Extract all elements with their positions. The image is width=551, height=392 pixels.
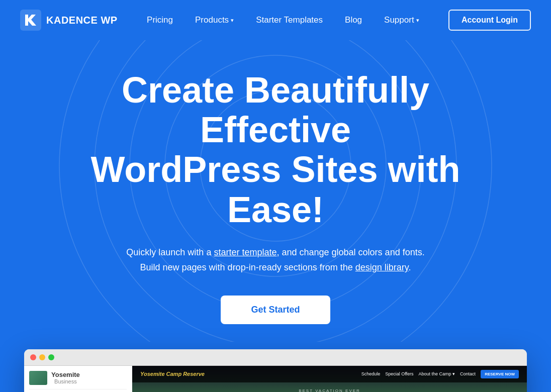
yosemite-nav-about[interactable]: About the Camp ▾ [419, 371, 455, 376]
hero-subtitle: Quickly launch with a starter template, … [20, 245, 531, 275]
logo-text: KADENCE WP [46, 15, 118, 26]
design-library-link[interactable]: design library [355, 262, 409, 272]
yosemite-content: BEST VACATION EVER Unforgettable travel [132, 382, 527, 392]
account-login-button[interactable]: Account Login [448, 10, 531, 31]
nav-products[interactable]: Products ▾ [184, 10, 245, 30]
yosemite-nav-offers[interactable]: Special Offers [385, 371, 413, 376]
hero-heading: Create Beautifully Effective WordPress S… [49, 70, 502, 230]
nav-starter-templates[interactable]: Starter Templates [245, 10, 334, 30]
window-minimize-dot[interactable] [39, 354, 45, 360]
preview-sidebar: Yosemite Business Optional: Change Color… [24, 366, 132, 392]
products-chevron-icon: ▾ [231, 17, 234, 24]
sidebar-thumbnail [29, 371, 47, 385]
sidebar-site-details: Yosemite Business [51, 371, 80, 384]
window-maximize-dot[interactable] [48, 354, 54, 360]
sidebar-site-info: Yosemite Business [29, 371, 127, 389]
hero-section: Create Beautifully Effective WordPress S… [0, 40, 551, 392]
logo[interactable]: KADENCE WP [20, 10, 118, 31]
nav-blog[interactable]: Blog [334, 10, 373, 30]
yosemite-reserve-button[interactable]: RESERVE NOW [481, 370, 519, 378]
yosemite-nav-links: Schedule Special Offers About the Camp ▾… [361, 370, 519, 378]
sidebar-site-name: Yosemite [51, 371, 80, 378]
window-chrome [24, 349, 527, 366]
nav-support[interactable]: Support ▾ [373, 10, 430, 30]
support-chevron-icon: ▾ [416, 17, 419, 24]
preview-main: Yosemite Camp Reserve Schedule Special O… [132, 366, 527, 392]
nav-pricing[interactable]: Pricing [136, 10, 184, 30]
preview-content: Yosemite Business Optional: Change Color… [24, 366, 527, 392]
yosemite-tagline: BEST VACATION EVER [140, 388, 519, 392]
yosemite-nav-schedule[interactable]: Schedule [361, 371, 381, 376]
yosemite-nav: Yosemite Camp Reserve Schedule Special O… [132, 366, 527, 382]
starter-template-link[interactable]: starter template [214, 247, 277, 257]
get-started-button[interactable]: Get Started [221, 296, 330, 324]
site-header: KADENCE WP Pricing Products ▾ Starter Te… [0, 0, 551, 40]
sidebar-site-type: Business [51, 378, 80, 384]
yosemite-logo: Yosemite Camp Reserve [140, 371, 205, 377]
kadence-logo-icon [20, 10, 41, 31]
main-nav: Pricing Products ▾ Starter Templates Blo… [136, 10, 430, 30]
window-close-dot[interactable] [30, 354, 36, 360]
preview-container: Yosemite Business Optional: Change Color… [20, 349, 531, 392]
yosemite-nav-contact[interactable]: Contact [460, 371, 476, 376]
preview-window: Yosemite Business Optional: Change Color… [24, 349, 527, 392]
